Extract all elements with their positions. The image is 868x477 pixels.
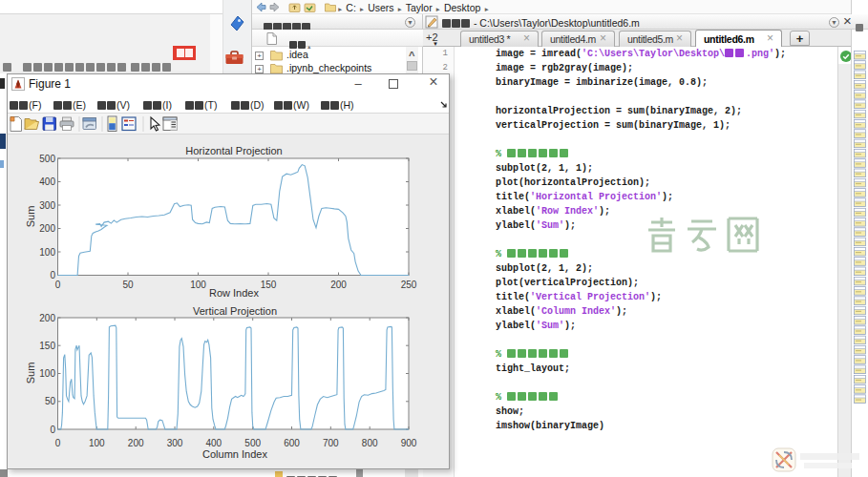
svg-text:0: 0: [50, 425, 55, 435]
svg-text:250: 250: [401, 280, 417, 290]
svg-text:900: 900: [401, 438, 417, 448]
svg-text:700: 700: [323, 438, 339, 448]
svg-text:100: 100: [89, 438, 105, 448]
svg-text:500: 500: [39, 154, 55, 164]
svg-text:150: 150: [39, 341, 55, 351]
svg-text:Sum: Sum: [25, 206, 36, 228]
svg-text:600: 600: [284, 438, 300, 448]
svg-text:400: 400: [205, 438, 222, 448]
svg-text:100: 100: [190, 280, 206, 290]
svg-text:Column Index: Column Index: [202, 448, 267, 460]
svg-text:150: 150: [261, 280, 277, 290]
svg-text:300: 300: [39, 200, 55, 211]
svg-text:200: 200: [128, 438, 144, 448]
svg-text:50: 50: [122, 280, 134, 290]
svg-text:200: 200: [39, 313, 55, 323]
svg-text:Sum: Sum: [25, 363, 36, 384]
svg-text:50: 50: [45, 396, 56, 406]
svg-text:Row Index: Row Index: [209, 287, 259, 299]
svg-text:100: 100: [39, 368, 55, 379]
svg-text:0: 0: [50, 270, 55, 280]
svg-text:Vertical Projection: Vertical Projection: [193, 305, 277, 317]
svg-text:800: 800: [362, 438, 378, 448]
svg-text:0: 0: [55, 438, 61, 448]
svg-text:300: 300: [167, 438, 183, 448]
svg-text:500: 500: [244, 438, 261, 448]
svg-text:400: 400: [39, 176, 55, 187]
svg-text:100: 100: [39, 247, 55, 258]
svg-text:Horizontal Projection: Horizontal Projection: [185, 145, 283, 156]
svg-text:200: 200: [39, 223, 55, 234]
svg-text:0: 0: [55, 280, 61, 290]
svg-text:200: 200: [330, 280, 347, 290]
